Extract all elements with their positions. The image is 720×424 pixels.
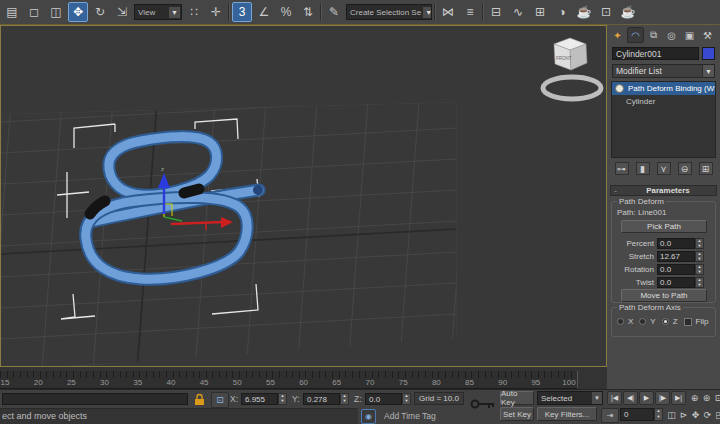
select-by-name-icon[interactable]: ▤: [2, 2, 22, 22]
gizmo-z-label: z: [161, 166, 164, 172]
set-key-button[interactable]: Set Key: [500, 407, 534, 421]
reference-coordinate-system-dropdown[interactable]: View▼: [134, 4, 182, 20]
select-and-move-icon[interactable]: ✥: [68, 2, 88, 22]
tab-create[interactable]: ✦: [609, 27, 626, 43]
go-to-start-button[interactable]: |◀: [607, 391, 622, 405]
make-unique-button[interactable]: ⋎: [657, 162, 671, 175]
zoom-button[interactable]: ⊕: [689, 391, 700, 404]
time-configuration-button[interactable]: ◫: [666, 408, 677, 421]
maxscript-mini-listener[interactable]: [2, 393, 188, 405]
graph-editors-icon[interactable]: ∿: [508, 2, 528, 22]
layer-manager-icon[interactable]: ⊟: [486, 2, 506, 22]
edit-named-selection-sets-icon[interactable]: ✎: [324, 2, 344, 22]
window-crossing-icon[interactable]: ◫: [46, 2, 66, 22]
key-filters-button[interactable]: Key Filters...: [537, 407, 597, 421]
field-of-view-button[interactable]: ⊳: [678, 408, 689, 421]
previous-frame-button[interactable]: ◀|: [623, 391, 638, 405]
flip-checkbox[interactable]: [684, 318, 692, 326]
twist-label: Twist: [607, 278, 657, 287]
absolute-mode-transform-toggle[interactable]: ⊡: [211, 392, 229, 408]
pin-stack-button[interactable]: ⊶: [615, 162, 629, 175]
axis-radio-y[interactable]: [639, 318, 646, 325]
render-production-icon[interactable]: ☕: [618, 2, 638, 22]
stretch-field[interactable]: 12.67: [657, 251, 695, 262]
remove-modifier-button[interactable]: ⊖: [678, 162, 692, 175]
tab-utilities[interactable]: ⚒: [699, 27, 716, 43]
angle-snap-toggle-icon[interactable]: ∠: [254, 2, 274, 22]
orbit-button[interactable]: ⟳: [702, 408, 713, 421]
play-animation-button[interactable]: ▶: [639, 391, 654, 405]
material-editor-icon[interactable]: ◑: [552, 2, 572, 22]
x-coordinate-field[interactable]: 6.955: [241, 393, 278, 405]
viewcube[interactable]: FRONT: [543, 38, 601, 99]
gizmo-x-axis[interactable]: [171, 222, 223, 224]
move-to-path-button[interactable]: Move to Path: [621, 289, 707, 302]
rotation-field[interactable]: 0.0: [657, 264, 695, 275]
pan-view-button[interactable]: ✥: [690, 408, 701, 421]
mirror-icon[interactable]: ⋈: [438, 2, 458, 22]
select-and-manipulate-icon[interactable]: ✛: [206, 2, 226, 22]
stretch-spinner[interactable]: ▲▼: [695, 251, 704, 262]
schematic-view-icon[interactable]: ⊞: [530, 2, 550, 22]
frame-spinner[interactable]: ▲▼: [654, 408, 663, 421]
y-coordinate-spinner[interactable]: ▲▼: [340, 393, 349, 405]
z-coordinate-field[interactable]: 0.0: [365, 393, 402, 405]
modifier-list-dropdown[interactable]: Modifier List ▼: [612, 64, 715, 78]
add-time-tag[interactable]: Add Time Tag: [384, 411, 436, 421]
tab-motion[interactable]: ◎: [663, 27, 680, 43]
auto-key-button[interactable]: Auto Key: [500, 391, 534, 405]
configure-modifier-sets-button[interactable]: ⊞: [699, 162, 713, 175]
current-frame-field[interactable]: 0: [620, 408, 654, 421]
time-slider-ruler[interactable]: 1520253035404550556065707580859095100: [0, 371, 578, 389]
pick-path-button[interactable]: Pick Path: [621, 220, 707, 233]
next-frame-button[interactable]: |▶: [655, 391, 670, 405]
spinner-snap-toggle-icon[interactable]: ⇅: [298, 2, 318, 22]
percent-field[interactable]: 0.0: [657, 238, 695, 249]
show-end-result-button[interactable]: ▮: [636, 162, 650, 175]
select-and-rotate-icon[interactable]: ↻: [90, 2, 110, 22]
key-mode-toggle-button[interactable]: ⇥: [601, 408, 619, 423]
set-keys-key-icon[interactable]: [470, 398, 496, 410]
modifier-stack-row-label: Path Deform Binding (WS: [628, 84, 716, 93]
twist-field[interactable]: 0.0: [657, 277, 695, 288]
tab-modify[interactable]: ◠: [627, 27, 644, 43]
maximize-viewport-toggle-button[interactable]: ◰: [714, 408, 720, 421]
go-to-end-button[interactable]: ▶|: [671, 391, 686, 405]
zoom-all-button[interactable]: ⊛: [701, 391, 712, 404]
render-setup-icon[interactable]: ☕: [574, 2, 594, 22]
snaps-toggle-3d-icon[interactable]: 3: [232, 2, 252, 22]
object-name-field[interactable]: Cylinder001: [612, 47, 699, 60]
axis-radio-z[interactable]: [662, 318, 669, 325]
align-icon[interactable]: ≡: [460, 2, 480, 22]
tab-display[interactable]: ▣: [681, 27, 698, 43]
isolate-selection-toggle[interactable]: ◉: [361, 409, 376, 424]
percent-snap-toggle-icon[interactable]: %: [276, 2, 296, 22]
modifier-stack[interactable]: Path Deform Binding (WSCylinder: [611, 81, 716, 158]
viewport-grid: [1, 97, 470, 366]
select-and-scale-icon[interactable]: ⇲: [112, 2, 132, 22]
gizmo-y-axis[interactable]: [164, 217, 182, 221]
selection-lock-icon[interactable]: [193, 393, 206, 406]
y-coordinate-field[interactable]: 0.278: [303, 393, 340, 405]
use-pivot-point-center-icon[interactable]: ∷: [184, 2, 204, 22]
modifier-stack-toolbar: ⊶▮⋎⊖⊞: [611, 161, 716, 176]
zoom-extents-button[interactable]: ⊡: [713, 391, 720, 404]
twist-spinner[interactable]: ▲▼: [695, 277, 704, 288]
perspective-viewport[interactable]: z FRONT: [0, 25, 607, 367]
rotation-spinner[interactable]: ▲▼: [695, 264, 704, 275]
tab-hierarchy[interactable]: ⧉: [645, 27, 662, 43]
percent-spinner[interactable]: ▲▼: [695, 238, 704, 249]
cylinder001-tube[interactable]: [86, 137, 263, 280]
rendered-frame-window-icon[interactable]: ⊡: [596, 2, 616, 22]
modifier-stack-row[interactable]: Cylinder: [612, 95, 715, 108]
parameters-rollout-header[interactable]: - Parameters: [610, 185, 717, 196]
modifier-stack-row[interactable]: Path Deform Binding (WS: [612, 82, 715, 95]
rectangular-selection-region-icon[interactable]: ◻: [24, 2, 44, 22]
visibility-bulb-icon[interactable]: [615, 84, 624, 93]
object-color-swatch[interactable]: [702, 47, 715, 60]
x-coordinate-spinner[interactable]: ▲▼: [278, 393, 287, 405]
named-selection-sets-dropdown[interactable]: Create Selection Se▼: [346, 4, 432, 20]
selection-set-dropdown[interactable]: Selected ▼: [537, 391, 603, 405]
z-coordinate-spinner[interactable]: ▲▼: [402, 393, 411, 405]
axis-radio-x[interactable]: [617, 318, 624, 325]
